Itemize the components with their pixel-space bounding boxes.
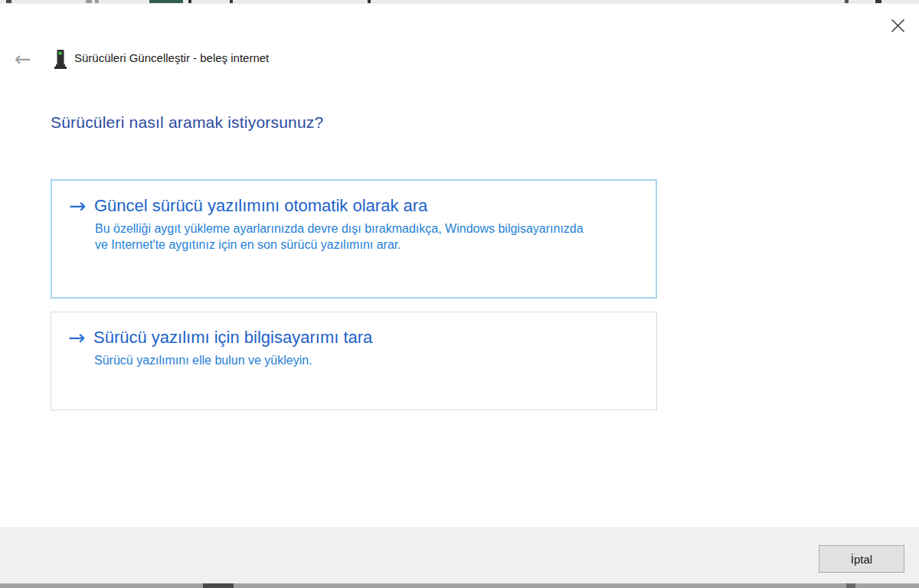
wizard-header: ← Sürücüleri Güncelleştir - beleş intern… <box>0 47 919 74</box>
option-browse-computer[interactable]: → Sürücü yazılımı için bilgisayarımı tar… <box>51 312 657 410</box>
device-driver-icon <box>54 49 67 70</box>
forward-arrow-icon: → <box>68 326 86 349</box>
option-title: Güncel sürücü yazılımını otomatik olarak… <box>94 196 427 216</box>
background-fragment <box>845 0 849 3</box>
background-fragment <box>368 0 371 3</box>
background-fragment <box>230 0 233 3</box>
option-search-automatically[interactable]: → Güncel sürücü yazılımını otomatik olar… <box>51 179 657 299</box>
update-drivers-dialog: ← Sürücüleri Güncelleştir - beleş intern… <box>0 4 919 583</box>
forward-arrow-icon: → <box>69 194 87 217</box>
window-title: Sürücüleri Güncelleştir - beleş internet <box>74 51 269 64</box>
background-fragment <box>86 0 92 3</box>
option-title: Sürücü yazılımı için bilgisayarımı tara <box>93 328 372 348</box>
background-fragment <box>875 0 881 3</box>
back-arrow-icon: ← <box>15 47 31 70</box>
option-description: Bu özelliği aygıt yükleme ayarlarınızda … <box>95 220 591 253</box>
page-heading: Sürücüleri nasıl aramak istiyorsunuz? <box>51 113 323 132</box>
background-fragment <box>6 0 11 3</box>
background-fragment <box>846 583 855 588</box>
background-fragment <box>188 0 191 3</box>
background-fragment <box>95 0 99 3</box>
taskbar-sliver <box>0 583 919 588</box>
back-button[interactable]: ← <box>9 47 37 71</box>
background-fragment <box>203 583 234 588</box>
cancel-button[interactable]: İptal <box>819 545 904 573</box>
footer-bar: İptal <box>0 528 919 583</box>
option-description: Sürücü yazılımını elle bulun ve yükleyin… <box>94 352 590 368</box>
background-fragment <box>149 0 183 3</box>
close-icon <box>891 18 905 33</box>
close-button[interactable] <box>884 11 911 39</box>
